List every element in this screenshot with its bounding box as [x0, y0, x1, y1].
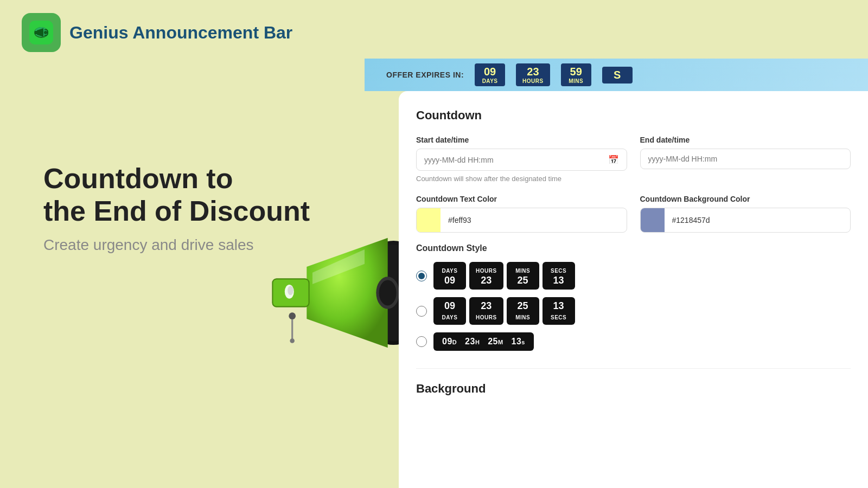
- start-date-group: Start date/time 📅 Countdown will show af…: [416, 136, 627, 184]
- app-logo: [22, 13, 61, 52]
- style2-radio[interactable]: [416, 306, 427, 317]
- offer-expires-label: OFFER EXPIRES IN:: [386, 70, 464, 79]
- svg-rect-3: [35, 31, 37, 34]
- calendar-icon: 📅: [608, 155, 619, 165]
- start-date-input-wrapper[interactable]: 📅: [416, 149, 627, 171]
- style-option-2: 09 DAYS 23 HOURS 25 MINS 13 SECS: [416, 297, 851, 325]
- bg-color-field[interactable]: [665, 210, 851, 230]
- style1-days: DAYS 09: [433, 262, 466, 290]
- bg-color-input-row[interactable]: [640, 208, 851, 233]
- preview-mins-unit: 59 MINS: [561, 63, 591, 86]
- background-section-title: Background: [416, 382, 851, 396]
- datetime-row: Start date/time 📅 Countdown will show af…: [416, 136, 851, 184]
- style-section-title: Countdown Style: [416, 243, 851, 253]
- end-date-group: End date/time: [640, 136, 851, 184]
- preview-days-unit: 09 DAYS: [475, 63, 505, 86]
- countdown-section-title: Countdown: [416, 108, 851, 123]
- svg-point-15: [288, 286, 293, 295]
- style-option-3: 09D 23H 25M 13s: [416, 332, 851, 351]
- text-color-label: Countdown Text Color: [416, 195, 627, 203]
- style3-demo: 09D 23H 25M 13s: [433, 332, 534, 351]
- svg-point-10: [379, 280, 397, 306]
- style1-radio[interactable]: [416, 271, 427, 281]
- preview-hours-unit: 23 HOURS: [516, 63, 550, 86]
- end-date-input[interactable]: [648, 155, 843, 163]
- app-header: Genius Announcement Bar: [0, 0, 868, 65]
- color-row: Countdown Text Color Countdown Backgroun…: [416, 195, 851, 233]
- background-section: Background: [416, 368, 851, 396]
- svg-point-13: [290, 338, 295, 343]
- style2-secs: 13 SECS: [542, 297, 575, 325]
- style3-compact-display: 09D 23H 25M 13s: [433, 332, 534, 351]
- style2-days: 09 DAYS: [433, 297, 466, 325]
- style-option-1: DAYS 09 HOURS 23 MINS 25 SECS 13: [416, 262, 851, 290]
- end-date-label: End date/time: [640, 136, 851, 144]
- text-color-group: Countdown Text Color: [416, 195, 627, 233]
- right-panel: Countdown Start date/time 📅 Countdown wi…: [399, 91, 868, 488]
- style3-radio[interactable]: [416, 336, 427, 347]
- end-date-input-wrapper[interactable]: [640, 149, 851, 169]
- svg-point-11: [289, 312, 296, 319]
- start-date-hint: Countdown will show after the designated…: [416, 174, 627, 184]
- bg-color-label: Countdown Background Color: [640, 195, 851, 203]
- countdown-style-section: Countdown Style DAYS 09 HOURS 23 MINS 25…: [416, 243, 851, 351]
- text-color-swatch[interactable]: [417, 208, 441, 232]
- bg-color-group: Countdown Background Color: [640, 195, 851, 233]
- text-color-field[interactable]: [441, 210, 627, 230]
- style2-demo: 09 DAYS 23 HOURS 25 MINS 13 SECS: [433, 297, 575, 325]
- start-date-input[interactable]: [424, 156, 608, 164]
- preview-bar: OFFER EXPIRES IN: 09 DAYS 23 HOURS 59 MI…: [365, 59, 868, 91]
- preview-secs-unit: S: [602, 67, 633, 84]
- text-color-input-row[interactable]: [416, 208, 627, 233]
- start-date-label: Start date/time: [416, 136, 627, 144]
- svg-point-4: [44, 31, 47, 34]
- style1-hours: HOURS 23: [469, 262, 503, 290]
- style1-demo: DAYS 09 HOURS 23 MINS 25 SECS 13: [433, 262, 575, 290]
- style2-hours: 23 HOURS: [469, 297, 503, 325]
- style1-mins: MINS 25: [507, 262, 539, 290]
- style2-mins: 25 MINS: [507, 297, 539, 325]
- style1-secs: SECS 13: [542, 262, 575, 290]
- bg-color-swatch[interactable]: [641, 208, 665, 232]
- app-title: Genius Announcement Bar: [69, 23, 292, 43]
